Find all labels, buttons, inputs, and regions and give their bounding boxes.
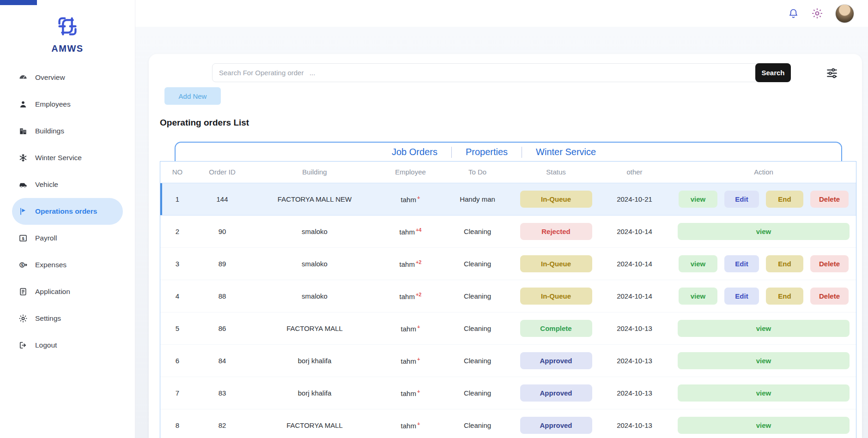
view-button[interactable]: view: [679, 191, 717, 208]
action-buttons: view: [670, 352, 856, 369]
cell-status: Approved: [513, 409, 599, 438]
gauge-icon: [18, 72, 29, 83]
view-button[interactable]: view: [678, 320, 850, 337]
gear-icon[interactable]: [811, 7, 823, 19]
action-buttons: viewEditEndDelete: [670, 255, 856, 272]
tab-job-orders[interactable]: Job Orders: [378, 147, 451, 157]
sidebar-item-buildings[interactable]: Buildings: [12, 118, 123, 144]
search-input[interactable]: [212, 63, 791, 82]
bell-icon[interactable]: [788, 8, 799, 19]
end-button[interactable]: End: [766, 288, 803, 305]
view-button[interactable]: view: [679, 255, 717, 272]
cell-todo: Cleaning: [442, 344, 513, 377]
cell-other: 2024-10-14: [599, 215, 670, 247]
delete-button[interactable]: Delete: [810, 255, 849, 272]
settings-icon: [18, 313, 29, 324]
status-badge: In-Queue: [520, 191, 592, 208]
edit-button[interactable]: Edit: [724, 255, 759, 272]
cell-employee: tahm+: [379, 183, 442, 215]
table-row[interactable]: 3 89 smaloko tahm+2 Cleaning In-Queue 20…: [160, 247, 856, 280]
add-new-button[interactable]: Add New: [164, 87, 221, 105]
person-icon: [18, 99, 29, 110]
tab-winter-service[interactable]: Winter Service: [522, 147, 610, 157]
content-card: Search Add New Operating orders List Job…: [149, 54, 862, 438]
logo: AMWS: [0, 0, 135, 54]
table-row[interactable]: 4 88 smaloko tahm+2 Cleaning In-Queue 20…: [160, 280, 856, 312]
cell-employee: tahm+: [379, 312, 442, 344]
table-row[interactable]: 2 90 smaloko tahm+4 Cleaning Rejected 20…: [160, 215, 856, 247]
table-header-row: NOOrder IDBuildingEmployeeTo DoStatusoth…: [160, 162, 856, 183]
sidebar-item-payroll[interactable]: $Payroll: [12, 225, 123, 252]
sidebar-item-employees[interactable]: Employees: [12, 91, 123, 118]
logout-icon: [18, 340, 29, 351]
sidebar-item-application[interactable]: Application: [12, 278, 123, 305]
cell-other: 2024-10-14: [599, 247, 670, 280]
action-buttons: view: [670, 223, 856, 240]
cell-employee: tahm+: [379, 377, 442, 409]
table-row[interactable]: 5 86 FACTORYA MALL tahm+ Cleaning Comple…: [160, 312, 856, 344]
cell-building: smaloko: [250, 247, 379, 280]
table-row[interactable]: 7 83 borj khalifa tahm+ Cleaning Approve…: [160, 377, 856, 409]
cell-building: smaloko: [250, 280, 379, 312]
edit-button[interactable]: Edit: [724, 288, 759, 305]
view-button[interactable]: view: [678, 352, 850, 369]
cell-actions: view: [670, 409, 856, 438]
cell-employee: tahm+4: [379, 215, 442, 247]
search-button[interactable]: Search: [755, 63, 791, 82]
user-avatar[interactable]: [835, 4, 854, 23]
cell-no: 8: [160, 409, 194, 438]
cell-todo: Cleaning: [442, 247, 513, 280]
application-icon: [18, 286, 29, 297]
delete-button[interactable]: Delete: [810, 191, 849, 208]
end-button[interactable]: End: [766, 255, 803, 272]
status-badge: Approved: [520, 352, 592, 369]
cell-no: 7: [160, 377, 194, 409]
cell-actions: view: [670, 344, 856, 377]
sidebar-item-label: Winter Service: [35, 154, 82, 162]
employee-name: tahm: [401, 390, 416, 397]
sidebar-item-vehicle[interactable]: Vehicle: [12, 171, 123, 198]
sidebar-item-label: Expenses: [35, 261, 67, 269]
cell-building: borj khalifa: [250, 377, 379, 409]
end-button[interactable]: End: [766, 191, 803, 208]
status-badge: Rejected: [520, 223, 592, 240]
cell-order-id: 86: [194, 312, 250, 344]
sidebar-item-winter-service[interactable]: Winter Service: [12, 144, 123, 171]
vehicle-icon: [18, 179, 29, 190]
view-button[interactable]: view: [678, 384, 850, 402]
table-row[interactable]: 1 144 FACTORYA MALL NEW tahm+ Handy man …: [160, 183, 856, 215]
cell-status: Approved: [513, 377, 599, 409]
cell-employee: tahm+2: [379, 247, 442, 280]
cell-employee: tahm+: [379, 409, 442, 438]
cell-order-id: 89: [194, 247, 250, 280]
delete-button[interactable]: Delete: [810, 288, 849, 305]
tab-properties[interactable]: Properties: [452, 147, 522, 157]
orders-tbody: 1 144 FACTORYA MALL NEW tahm+ Handy man …: [160, 183, 856, 438]
cell-todo: Cleaning: [442, 377, 513, 409]
orders-table: NOOrder IDBuildingEmployeeTo DoStatusoth…: [160, 162, 856, 438]
cell-status: In-Queue: [513, 247, 599, 280]
sidebar-item-operations-orders[interactable]: Operations orders: [12, 198, 123, 225]
cell-order-id: 83: [194, 377, 250, 409]
sidebar-item-logout[interactable]: Logout: [12, 332, 123, 359]
edit-button[interactable]: Edit: [724, 191, 759, 208]
table-row[interactable]: 6 84 borj khalifa tahm+ Cleaning Approve…: [160, 344, 856, 377]
cell-order-id: 82: [194, 409, 250, 438]
corner-accent-bar: [0, 0, 37, 5]
view-button[interactable]: view: [679, 288, 717, 305]
filter-sliders-icon[interactable]: [826, 66, 839, 79]
sidebar-item-settings[interactable]: Settings: [12, 305, 123, 332]
cell-no: 6: [160, 344, 194, 377]
status-badge: Complete: [520, 320, 592, 337]
cell-other: 2024-10-13: [599, 377, 670, 409]
svg-text:$: $: [21, 263, 23, 267]
cell-order-id: 88: [194, 280, 250, 312]
sidebar-item-overview[interactable]: Overview: [12, 64, 123, 91]
employee-extra-badge: +: [417, 195, 420, 200]
table-row[interactable]: 8 82 FACTORYA MALL tahm+ Cleaning Approv…: [160, 409, 856, 438]
cell-order-id: 84: [194, 344, 250, 377]
view-button[interactable]: view: [678, 417, 850, 434]
cell-employee: tahm+: [379, 344, 442, 377]
sidebar-item-expenses[interactable]: $Expenses: [12, 252, 123, 278]
view-button[interactable]: view: [678, 223, 850, 240]
